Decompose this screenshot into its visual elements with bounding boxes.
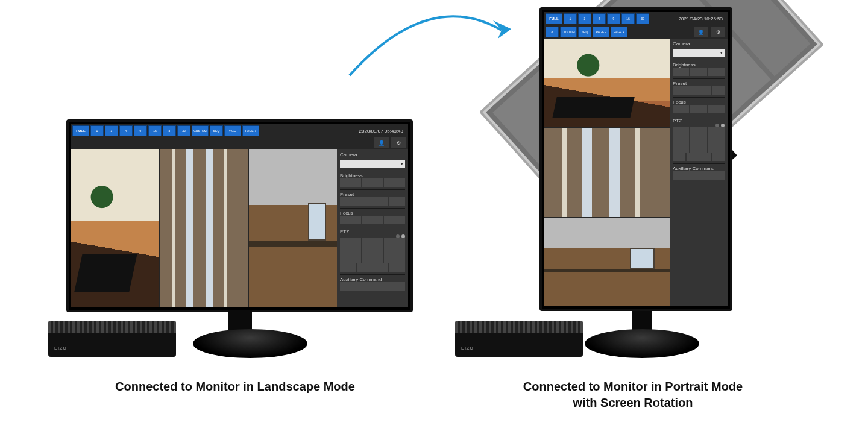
- feed-hallway[interactable]: [249, 149, 337, 307]
- brightness-reset-p[interactable]: [708, 68, 725, 76]
- feed-hallway-p[interactable]: [544, 218, 670, 306]
- page-prev-button-p[interactable]: PAGE -: [593, 27, 609, 37]
- layout-9-button-p[interactable]: 9: [607, 13, 620, 24]
- ptz-left-p[interactable]: [673, 136, 689, 144]
- layout-9-button[interactable]: 9: [134, 125, 147, 136]
- zoom-out[interactable]: [340, 263, 356, 272]
- screen-landscape: FULL 1 3 4 9 16 8 32 CUSTOM SEQ PAGE - P…: [71, 124, 408, 307]
- camera-feeds-p: [544, 39, 670, 306]
- layout-toolbar-p2: 8 CUSTOM SEQ PAGE - PAGE + 👤 ⚙: [544, 25, 728, 39]
- focus-auto-p[interactable]: [708, 105, 725, 113]
- focus-near[interactable]: [340, 216, 361, 224]
- layout-full-button-p[interactable]: FULL: [546, 13, 562, 24]
- decoder-brand: EIZO: [54, 345, 67, 351]
- ptz-downleft-p[interactable]: [673, 144, 689, 153]
- aux-label: Auxiliary Command: [340, 277, 405, 282]
- feed-lounge[interactable]: [71, 149, 159, 307]
- ptz-center-p[interactable]: [690, 136, 706, 144]
- focus-far-p[interactable]: [690, 105, 706, 113]
- ptz-downleft[interactable]: [340, 255, 361, 263]
- focus-far[interactable]: [362, 216, 383, 224]
- zoom-in[interactable]: [389, 263, 405, 272]
- preset-label: Preset: [340, 192, 405, 197]
- screen-portrait: FULL 1 3 4 9 16 32 2021/04/23 10:25:53 8…: [544, 12, 728, 306]
- ptz-upright[interactable]: [384, 238, 405, 247]
- svg-marker-0: [493, 20, 511, 39]
- gear-icon-p[interactable]: ⚙: [711, 27, 725, 37]
- seq-button[interactable]: SEQ: [210, 125, 223, 136]
- brightness-up-p[interactable]: [690, 68, 706, 76]
- layout-toolbar: FULL 1 3 4 9 16 8 32 CUSTOM SEQ PAGE - P…: [71, 124, 408, 137]
- layout-1-button[interactable]: 1: [90, 125, 104, 136]
- ptz-left[interactable]: [340, 247, 361, 255]
- clock: 2020/09/07 05:43:43: [356, 128, 407, 134]
- monitor-stand-landscape: [193, 329, 307, 358]
- brightness-label: Brightness: [340, 173, 405, 178]
- monitor-stand-portrait: [585, 329, 699, 358]
- page-next-button-p[interactable]: PAGE +: [611, 27, 627, 37]
- camera-select-p[interactable]: ---▾: [673, 49, 725, 57]
- seq-button-p[interactable]: SEQ: [578, 27, 591, 37]
- layout-4-button-p[interactable]: 4: [593, 13, 606, 24]
- zoom-slider-p[interactable]: [687, 153, 711, 161]
- decoder-brand-p: EIZO: [461, 345, 474, 351]
- ptz-center[interactable]: [362, 247, 383, 255]
- layout-32-button[interactable]: 32: [177, 125, 190, 136]
- ptz-down-p[interactable]: [690, 144, 706, 153]
- user-icon-p[interactable]: 👤: [694, 27, 708, 37]
- focus-near-p[interactable]: [673, 105, 689, 113]
- ptz-up[interactable]: [362, 238, 383, 247]
- brightness-reset[interactable]: [384, 178, 405, 187]
- preset-home-button[interactable]: [389, 197, 406, 206]
- aux-select-p[interactable]: [673, 171, 725, 180]
- ptz-right-p[interactable]: [708, 136, 725, 144]
- focus-auto[interactable]: [384, 216, 405, 224]
- brightness-down-p[interactable]: [673, 68, 689, 76]
- ptz-upleft-p[interactable]: [673, 127, 689, 136]
- zoom-in-p[interactable]: [712, 153, 725, 161]
- decoder-box-right: EIZO: [455, 321, 583, 357]
- caption-landscape: Connected to Monitor in Landscape Mode: [36, 379, 434, 395]
- ptz-upright-p[interactable]: [708, 127, 725, 136]
- ptz-down[interactable]: [362, 255, 383, 263]
- rotation-arrow: [338, 0, 530, 90]
- chevron-down-icon-p: ▾: [720, 51, 723, 55]
- ptz-downright[interactable]: [384, 255, 405, 263]
- ptz-right[interactable]: [384, 247, 405, 255]
- control-panel: Camera ---▾ Brightness Preset Focus: [337, 149, 408, 307]
- feed-doorway-p[interactable]: [544, 128, 670, 216]
- aux-select[interactable]: [340, 282, 405, 291]
- layout-16-button[interactable]: 16: [148, 125, 162, 136]
- layout-custom-button-p[interactable]: CUSTOM: [560, 27, 577, 37]
- ptz-downright-p[interactable]: [708, 144, 725, 153]
- ptz-up-p[interactable]: [690, 127, 706, 136]
- layout-full-button[interactable]: FULL: [72, 125, 89, 136]
- aux-label-p: Auxiliary Command: [673, 166, 725, 171]
- layout-custom-button[interactable]: CUSTOM: [192, 125, 209, 136]
- page-prev-button[interactable]: PAGE -: [224, 125, 241, 136]
- brightness-down[interactable]: [340, 178, 361, 187]
- camera-select[interactable]: ---▾: [340, 160, 405, 168]
- layout-8-button[interactable]: 8: [163, 125, 176, 136]
- zoom-out-p[interactable]: [673, 153, 685, 161]
- layout-8-button-p[interactable]: 8: [546, 27, 559, 37]
- control-panel-p: Camera ---▾ Brightness Preset Focus: [670, 39, 728, 306]
- feed-lounge-p[interactable]: [544, 39, 670, 127]
- ptz-upleft[interactable]: [340, 238, 361, 247]
- layout-32-button-p[interactable]: 32: [636, 13, 649, 24]
- zoom-slider[interactable]: [357, 263, 388, 272]
- user-icon[interactable]: 👤: [374, 137, 389, 148]
- gear-icon[interactable]: ⚙: [391, 137, 406, 148]
- layout-3-button-p[interactable]: 3: [578, 13, 591, 24]
- layout-16-button-p[interactable]: 16: [621, 13, 635, 24]
- layout-3-button[interactable]: 3: [105, 125, 118, 136]
- preset-home-button-p[interactable]: [712, 86, 725, 95]
- layout-4-button[interactable]: 4: [119, 125, 133, 136]
- feed-doorway[interactable]: [160, 149, 248, 307]
- page-next-button[interactable]: PAGE +: [242, 125, 259, 136]
- layout-1-button-p[interactable]: 1: [564, 13, 577, 24]
- preset-select-p[interactable]: [673, 86, 711, 95]
- decoder-box-left: EIZO: [48, 321, 176, 357]
- preset-select[interactable]: [340, 197, 388, 206]
- brightness-up[interactable]: [362, 178, 383, 187]
